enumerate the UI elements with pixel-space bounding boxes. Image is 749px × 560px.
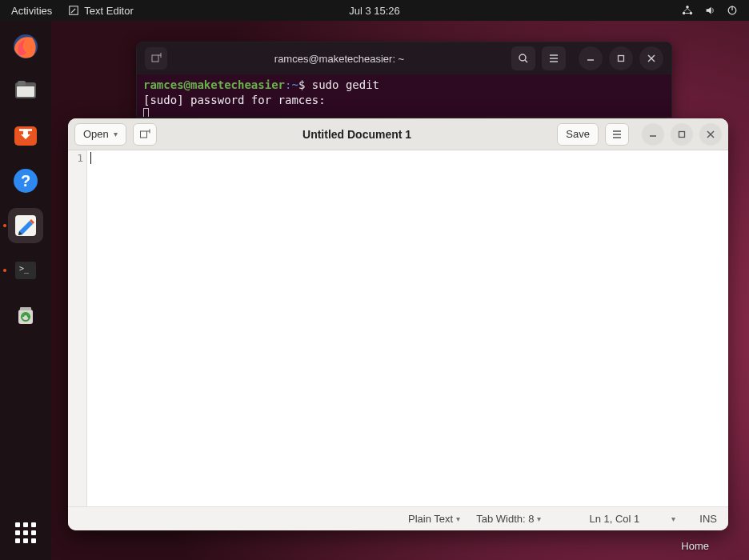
terminal-close-button[interactable] <box>639 46 663 70</box>
chevron-down-icon: ▾ <box>537 514 541 523</box>
dock-software[interactable] <box>8 118 43 154</box>
svg-point-23 <box>519 54 526 61</box>
save-button-label: Save <box>566 128 590 140</box>
editor-area[interactable] <box>87 150 728 506</box>
chevron-down-icon: ▾ <box>456 514 460 523</box>
svg-point-3 <box>690 12 693 15</box>
terminal-menu-button[interactable] <box>542 46 566 70</box>
svg-rect-9 <box>17 86 34 97</box>
new-tab-button[interactable] <box>133 123 157 146</box>
terminal-line-2: [sudo] password for ramces: <box>143 93 665 108</box>
svg-rect-11 <box>19 129 32 131</box>
terminal-new-tab-button[interactable] <box>145 47 167 70</box>
terminal-line-1: ramces@maketecheasier:~$ sudo gedit <box>143 78 665 93</box>
svg-rect-29 <box>619 56 624 62</box>
gedit-title: Untitled Document 1 <box>163 128 551 141</box>
gedit-body: 1 <box>68 150 728 506</box>
terminal-header: ramces@maketecheasier: ~ <box>137 42 671 74</box>
gedit-window[interactable]: Open ▾ Untitled Document 1 Save 1 <box>68 118 728 530</box>
gedit-close-button[interactable] <box>699 123 722 146</box>
terminal-cursor <box>143 108 665 118</box>
terminal-body[interactable]: ramces@maketecheasier:~$ sudo gedit [sud… <box>137 74 671 118</box>
open-button[interactable]: Open ▾ <box>74 123 126 146</box>
gedit-maximize-button[interactable] <box>671 123 693 146</box>
open-button-label: Open <box>83 128 109 140</box>
svg-point-1 <box>686 6 689 9</box>
svg-rect-17 <box>18 310 33 324</box>
svg-rect-18 <box>20 307 31 310</box>
line-number: 1 <box>71 152 83 164</box>
desktop-home-label[interactable]: Home <box>681 540 709 552</box>
svg-rect-20 <box>152 55 158 62</box>
power-icon[interactable] <box>727 5 738 16</box>
insert-mode[interactable]: INS <box>699 513 717 525</box>
syntax-label: Plain Text <box>408 513 453 525</box>
top-bar: Activities Text Editor Jul 3 15:26 <box>0 0 749 21</box>
app-indicator[interactable]: Text Editor <box>68 5 133 17</box>
dock-trash[interactable] <box>8 298 43 333</box>
line-gutter: 1 <box>68 150 87 506</box>
text-editor-icon <box>68 5 79 16</box>
gedit-menu-button[interactable] <box>605 123 629 146</box>
activities-button[interactable]: Activities <box>11 5 52 17</box>
gedit-minimize-button[interactable] <box>642 123 664 146</box>
terminal-title: ramces@maketecheasier: ~ <box>174 53 505 65</box>
dock-terminal[interactable]: >_ <box>8 253 43 288</box>
svg-point-2 <box>683 12 686 15</box>
cursor-position: Ln 1, Col 1 <box>589 513 639 525</box>
svg-rect-8 <box>18 81 26 86</box>
tabwidth-label: Tab Width: 8 <box>476 513 534 525</box>
svg-rect-39 <box>679 131 685 137</box>
dock-help[interactable]: ? <box>8 163 43 198</box>
svg-rect-32 <box>140 131 146 138</box>
app-indicator-label: Text Editor <box>84 5 133 17</box>
terminal-minimize-button[interactable] <box>579 46 603 70</box>
syntax-selector[interactable]: Plain Text ▾ <box>408 513 460 525</box>
clock[interactable]: Jul 3 15:26 <box>349 5 400 17</box>
volume-icon[interactable] <box>704 5 715 16</box>
gedit-status-bar: Plain Text ▾ Tab Width: 8 ▾ Ln 1, Col 1 … <box>68 506 728 530</box>
svg-text:>_: >_ <box>19 264 30 274</box>
terminal-search-button[interactable] <box>511 46 535 70</box>
save-button[interactable]: Save <box>557 123 599 146</box>
dock-app-grid[interactable] <box>8 515 43 550</box>
svg-line-24 <box>525 60 527 62</box>
svg-text:?: ? <box>21 172 30 190</box>
dock-firefox[interactable] <box>8 29 43 64</box>
dock-files[interactable] <box>8 74 43 109</box>
terminal-window[interactable]: ramces@maketecheasier: ~ ramces@maketech… <box>136 42 672 118</box>
terminal-maximize-button[interactable] <box>609 46 633 70</box>
text-caret <box>90 152 91 164</box>
dock-text-editor[interactable] <box>8 208 43 243</box>
gedit-header: Open ▾ Untitled Document 1 Save <box>68 118 728 150</box>
dock: ? >_ <box>0 21 51 560</box>
chevron-down-icon: ▾ <box>114 130 118 138</box>
tabwidth-selector[interactable]: Tab Width: 8 ▾ <box>476 513 541 525</box>
network-icon[interactable] <box>682 5 693 16</box>
chevron-down-icon[interactable]: ▾ <box>671 514 675 523</box>
